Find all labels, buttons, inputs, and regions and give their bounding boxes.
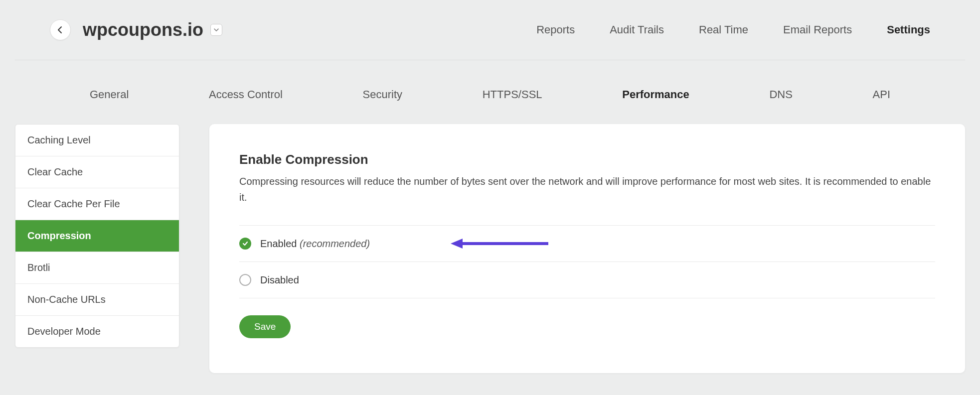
caret-down-icon xyxy=(214,28,219,31)
panel-description: Compressing resources will reduce the nu… xyxy=(239,173,935,205)
topnav-item-real-time[interactable]: Real Time xyxy=(699,23,748,36)
arrow-left-icon xyxy=(56,26,64,34)
option-label-enabled: Enabled (recommended) xyxy=(260,238,370,250)
sidebar-item-compression[interactable]: Compression xyxy=(15,220,179,252)
topnav-item-email-reports[interactable]: Email Reports xyxy=(783,23,852,36)
sidebar-item-brotli[interactable]: Brotli xyxy=(15,252,179,284)
sidebar-item-non-cache-urls[interactable]: Non-Cache URLs xyxy=(15,284,179,316)
sidebar-item-caching-level[interactable]: Caching Level xyxy=(15,125,179,156)
tab-dns[interactable]: DNS xyxy=(749,85,812,104)
topnav-item-settings[interactable]: Settings xyxy=(887,23,930,36)
site-dropdown-button[interactable] xyxy=(210,24,222,36)
annotation-arrow-icon xyxy=(449,236,553,251)
svg-marker-1 xyxy=(451,239,463,249)
header-divider xyxy=(15,60,965,60)
tab-general[interactable]: General xyxy=(70,85,149,104)
site-title: wpcoupons.io xyxy=(83,19,203,40)
topnav-item-reports[interactable]: Reports xyxy=(536,23,575,36)
check-icon xyxy=(242,240,249,247)
topnav-item-audit-trails[interactable]: Audit Trails xyxy=(610,23,664,36)
tab-access-control[interactable]: Access Control xyxy=(189,85,303,104)
panel-title: Enable Compression xyxy=(239,152,935,167)
radio-unselected-icon xyxy=(239,274,251,286)
tab-security[interactable]: Security xyxy=(343,85,422,104)
sidebar-item-developer-mode[interactable]: Developer Mode xyxy=(15,316,179,347)
option-label-disabled: Disabled xyxy=(260,274,299,286)
tab-performance[interactable]: Performance xyxy=(602,85,709,104)
main-panel: Enable Compression Compressing resources… xyxy=(209,124,965,373)
settings-sidebar: Caching Level Clear Cache Clear Cache Pe… xyxy=(15,124,179,348)
sidebar-item-clear-cache[interactable]: Clear Cache xyxy=(15,156,179,188)
option-row-disabled[interactable]: Disabled xyxy=(239,262,935,298)
save-button[interactable]: Save xyxy=(239,315,291,338)
back-button[interactable] xyxy=(50,19,71,40)
radio-selected-icon xyxy=(239,238,251,250)
tab-https-ssl[interactable]: HTTPS/SSL xyxy=(463,85,562,104)
settings-tabs: General Access Control Security HTTPS/SS… xyxy=(0,85,980,104)
sidebar-item-clear-cache-per-file[interactable]: Clear Cache Per File xyxy=(15,188,179,220)
option-row-enabled[interactable]: Enabled (recommended) xyxy=(239,225,935,262)
tab-api[interactable]: API xyxy=(853,85,910,104)
top-nav: Reports Audit Trails Real Time Email Rep… xyxy=(536,23,930,36)
